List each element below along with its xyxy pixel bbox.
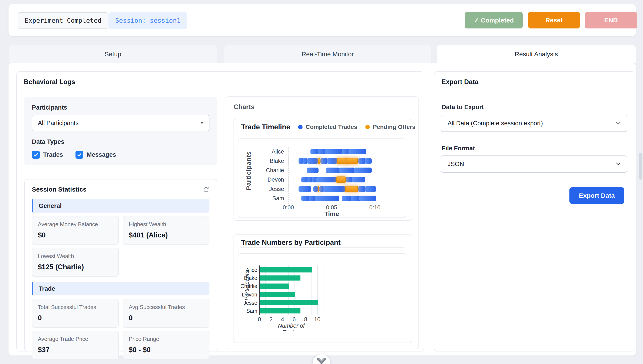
participants-select[interactable]: All Participants ▼	[32, 115, 209, 131]
tab-real-time-monitor[interactable]: Real-Time Monitor	[224, 45, 432, 63]
stat-label: Avg Successful Trades	[129, 304, 204, 310]
tab-setup[interactable]: Setup	[9, 45, 217, 63]
timeline-segment-completed	[365, 158, 372, 164]
scroll-down-button[interactable]	[313, 354, 330, 364]
timeline-participant-label: Blake	[252, 157, 284, 165]
file-format-select[interactable]: JSON	[441, 156, 627, 173]
trade-numbers-bar	[260, 267, 312, 272]
session-statistics-title: Session Statistics	[32, 186, 87, 193]
stat-label: Total Successful Trades	[38, 304, 113, 310]
completed-button[interactable]: ✓ Completed	[465, 12, 523, 28]
trade-numbers-x-tick: 2	[269, 316, 273, 323]
export-data-button[interactable]: Export Data	[569, 187, 624, 204]
trade-numbers-x-tick: 0	[258, 316, 261, 323]
gridline	[271, 266, 271, 315]
timeline-segment-completed	[301, 196, 310, 201]
dropdown-arrow-icon: ▼	[200, 121, 204, 125]
gridline	[265, 266, 266, 315]
gridline	[312, 266, 312, 315]
timeline-segment-completed	[325, 149, 343, 154]
checkbox-trades-label: Trades	[43, 151, 63, 158]
trade-numbers-bar	[260, 308, 300, 314]
timeline-segment-pending	[318, 158, 320, 164]
checkbox-trades[interactable]: Trades	[32, 151, 63, 159]
participants-label: Participants	[32, 104, 209, 111]
stat-value: 0	[38, 314, 113, 322]
trade-numbers-x-tick: 4	[281, 316, 284, 323]
trade-numbers-bar	[260, 292, 295, 297]
stat-label: Lowest Wealth	[38, 253, 113, 260]
timeline-segment-pending	[337, 158, 347, 164]
timeline-x-tick: 0:00	[283, 204, 294, 211]
stat-value: $125 (Charlie)	[38, 263, 113, 271]
session-badge: Session: session1	[108, 12, 187, 29]
behavioral-logs-panel: Behavioral Logs Participants All Partici…	[16, 71, 424, 352]
trade-timeline-card: Trade Timeline Completed Trades Pending …	[233, 119, 412, 221]
trade-timeline-plot: Participants Time AliceBlakeCharlieDevon…	[238, 138, 406, 218]
charts-title: Charts	[234, 103, 255, 111]
timeline-segment-completed	[352, 177, 365, 182]
session-statistics-card: Session Statistics General Average Money…	[24, 179, 217, 352]
trade-numbers-plot: Participants Number of Trades AliceBlake…	[238, 253, 406, 331]
timeline-segment-completed	[323, 186, 345, 192]
scrollbar-thumb[interactable]	[639, 153, 642, 180]
pending-offers-dot-icon	[365, 125, 370, 129]
timeline-segment-pending	[318, 186, 319, 192]
timeline-segment-completed	[342, 196, 351, 201]
trade-numbers-x-tick: 6	[293, 316, 296, 323]
timeline-segment-completed	[316, 177, 336, 182]
data-types-label: Data Types	[32, 138, 209, 145]
trade-numbers-category-label: Alice	[238, 266, 257, 273]
chevron-down-icon	[616, 122, 621, 125]
timeline-segment-completed	[320, 158, 328, 164]
gridline	[323, 266, 323, 315]
stat-average-money-balance: Average Money Balance $0	[32, 216, 119, 245]
stats-section-general: General	[32, 199, 209, 212]
stat-average-trade-price: Average Trade Price $37	[32, 331, 119, 360]
end-button[interactable]: END	[585, 12, 637, 28]
trade-numbers-x-tick: 8	[304, 316, 307, 323]
data-types-row: Trades Messages	[32, 151, 209, 159]
trade-numbers-title: Trade Numbers by Participant	[241, 238, 341, 246]
refresh-icon[interactable]	[203, 186, 209, 194]
timeline-segment-completed	[301, 177, 308, 182]
timeline-segment-completed	[342, 149, 349, 154]
timeline-segment-pending	[336, 176, 346, 183]
timeline-segment-completed	[307, 158, 318, 164]
timeline-participant-label: Alice	[252, 148, 284, 156]
checkbox-messages[interactable]: Messages	[76, 151, 116, 159]
divider	[241, 133, 404, 133]
data-to-export-select[interactable]: All Data (Complete session export)	[441, 115, 627, 132]
stat-highest-wealth: Highest Wealth $401 (Alice)	[123, 216, 210, 245]
data-to-export-label: Data to Export	[442, 104, 484, 111]
trade-numbers-bar	[260, 276, 300, 280]
trade-numbers-category-label: Devon	[238, 291, 257, 298]
timeline-x-axis-label: Time	[310, 210, 353, 218]
trade-numbers-bar	[260, 284, 289, 288]
trade-numbers-x-tick: 10	[314, 316, 320, 323]
trade-numbers-bar	[260, 300, 318, 306]
completed-trades-dot-icon	[298, 125, 303, 129]
experiment-status-badge: Experiment Completed	[18, 12, 108, 29]
timeline-segment-completed	[310, 149, 319, 154]
trade-numbers-category-label: Charlie	[238, 283, 257, 290]
stat-value: $37	[38, 346, 113, 354]
timeline-participant-label: Charlie	[252, 166, 284, 174]
filters-card: Participants All Participants ▼ Data Typ…	[24, 97, 217, 165]
legend-label: Pending Offers	[373, 124, 415, 130]
trade-numbers-category-label: Jesse	[238, 300, 257, 306]
reset-button[interactable]: Reset	[528, 12, 580, 28]
timeline-segment-completed	[348, 149, 366, 154]
app-root: { "header": { "status_badge": "Experimen…	[0, 0, 643, 364]
checkbox-checked-icon	[76, 151, 83, 159]
stat-value: 0	[129, 314, 204, 322]
trade-numbers-axis-line	[259, 266, 260, 315]
timeline-segment-completed	[313, 186, 318, 192]
divider	[442, 90, 628, 90]
timeline-segment-completed	[326, 168, 340, 173]
divider	[241, 247, 404, 248]
timeline-segment-pending	[345, 158, 358, 164]
trade-numbers-x-axis-label: Number of Trades	[270, 322, 313, 331]
stat-value: $0	[38, 231, 113, 239]
tab-result-analysis[interactable]: Result Analysis	[437, 45, 636, 63]
